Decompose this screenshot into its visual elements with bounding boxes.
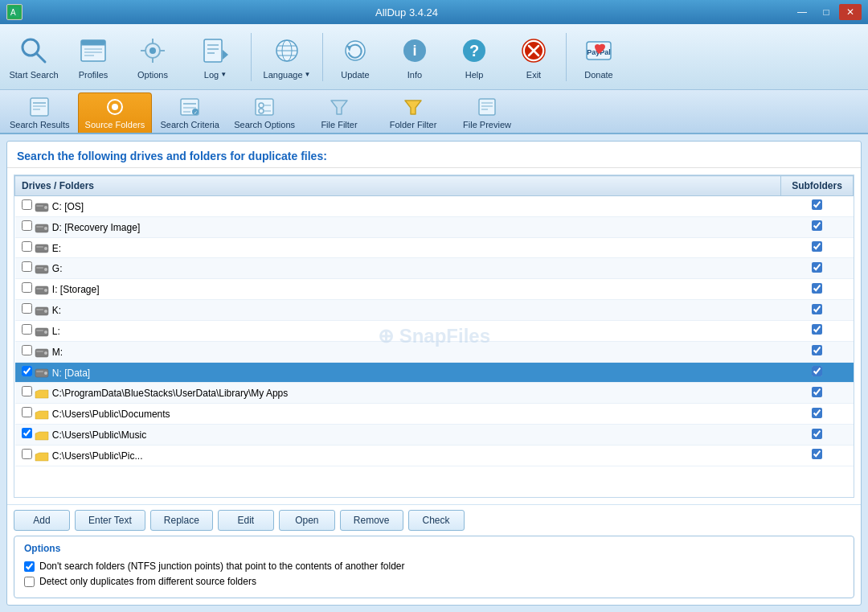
table-row[interactable]: N: [Data] <box>15 362 854 383</box>
option-checkbox-different-folders[interactable] <box>24 577 35 587</box>
subfolder-cell <box>781 237 854 258</box>
subfolder-checkbox[interactable] <box>812 220 822 231</box>
table-row[interactable]: C:\Users\Public\Music <box>15 425 854 446</box>
tab-search-results[interactable]: Search Results <box>3 92 76 133</box>
drive-checkbox[interactable] <box>22 428 32 438</box>
tab-search-options[interactable]: Search Options <box>227 92 301 133</box>
subfolder-checkbox[interactable] <box>812 366 822 376</box>
table-row[interactable]: C:\Users\Public\Pic... <box>15 445 854 466</box>
drive-folder-cell: G: <box>15 258 781 279</box>
toolbar-language[interactable]: Language ▼ <box>255 28 319 86</box>
drive-checkbox[interactable] <box>22 261 32 272</box>
drive-folder-cell: C:\Users\Public\Documents <box>15 404 781 425</box>
open-button[interactable]: Open <box>279 510 335 531</box>
subfolder-checkbox[interactable] <box>812 324 822 335</box>
drive-checkbox[interactable] <box>22 449 32 459</box>
toolbar-info[interactable]: i Info <box>386 28 444 86</box>
svg-marker-56 <box>405 101 421 114</box>
drive-checkbox[interactable] <box>22 386 32 396</box>
tab-file-preview[interactable]: File Preview <box>451 92 523 133</box>
tab-file-filter-label: File Filter <box>321 120 357 129</box>
search-icon <box>18 35 50 67</box>
drives-table: Drives / Folders Subfolders C: [OS] D: [… <box>14 175 854 466</box>
add-button[interactable]: Add <box>14 510 70 531</box>
drive-checkbox[interactable] <box>22 282 32 293</box>
drive-label: N: [Data] <box>52 368 90 379</box>
toolbar: Start Search Profiles <box>0 24 868 90</box>
drive-checkbox[interactable] <box>22 199 32 210</box>
subfolder-checkbox[interactable] <box>812 241 822 252</box>
toolbar-log-label: Log <box>204 70 219 80</box>
svg-point-11 <box>149 47 156 54</box>
option-label: Don't search folders (NTFS junction poin… <box>39 561 405 572</box>
table-row[interactable]: C: [OS] <box>15 196 854 217</box>
check-button[interactable]: Check <box>408 510 465 531</box>
enter-text-button[interactable]: Enter Text <box>75 510 145 531</box>
toolbar-options[interactable]: Options <box>124 28 182 86</box>
option-checkbox-ntfs-junction[interactable] <box>24 561 35 572</box>
toolbar-profiles[interactable]: Profiles <box>64 28 122 86</box>
table-row[interactable]: C:\ProgramData\BlueStacks\UserData\Libra… <box>15 383 854 404</box>
drives-table-container[interactable]: ⊕ SnapFiles Drives / Folders Subfolders … <box>14 175 854 498</box>
minimize-button[interactable]: — <box>791 4 813 20</box>
toolbar-donate[interactable]: PayPal Donate <box>570 28 628 86</box>
table-row[interactable]: M: <box>15 341 854 362</box>
table-row[interactable]: C:\Users\Public\Documents <box>15 404 854 425</box>
subfolder-checkbox[interactable] <box>812 304 822 314</box>
svg-text:?: ? <box>469 42 479 60</box>
svg-rect-57 <box>479 99 495 115</box>
restore-button[interactable]: □ <box>815 4 837 20</box>
subfolder-checkbox[interactable] <box>812 345 822 355</box>
toolbar-exit[interactable]: Exit <box>505 28 563 86</box>
drive-folder-cell: I: [Storage] <box>15 279 781 300</box>
drive-checkbox[interactable] <box>22 241 32 252</box>
svg-rect-78 <box>36 309 43 310</box>
toolbar-log[interactable]: Log ▼ <box>183 28 248 86</box>
svg-text:✓: ✓ <box>194 110 198 115</box>
toolbar-help[interactable]: ? Help <box>445 28 503 86</box>
titlebar: A AllDup 3.4.24 — □ ✕ <box>0 0 868 24</box>
table-row[interactable]: K: <box>15 300 854 321</box>
remove-button[interactable]: Remove <box>340 510 403 531</box>
subfolder-checkbox[interactable] <box>812 408 822 418</box>
drive-label: I: [Storage] <box>52 284 100 295</box>
drive-checkbox[interactable] <box>22 324 32 335</box>
drive-checkbox[interactable] <box>22 407 32 417</box>
drive-folder-cell: C:\ProgramData\BlueStacks\UserData\Libra… <box>15 383 781 404</box>
table-row[interactable]: I: [Storage] <box>15 279 854 300</box>
replace-button[interactable]: Replace <box>150 510 213 531</box>
subfolder-cell <box>781 404 854 425</box>
svg-rect-38 <box>31 98 48 116</box>
toolbar-update[interactable]: Update <box>326 28 384 86</box>
drive-checkbox[interactable] <box>22 345 32 355</box>
svg-marker-55 <box>331 101 347 114</box>
subfolder-checkbox[interactable] <box>812 262 822 273</box>
hdd-icon <box>35 243 49 254</box>
svg-point-68 <box>44 247 47 250</box>
subfolder-checkbox[interactable] <box>812 199 822 210</box>
edit-button[interactable]: Edit <box>218 510 274 531</box>
close-button[interactable]: ✕ <box>839 4 862 20</box>
table-row[interactable]: D: [Recovery Image] <box>15 216 854 237</box>
svg-point-77 <box>44 310 47 313</box>
col-header-drives: Drives / Folders <box>15 176 781 196</box>
drive-label: E: <box>52 243 61 254</box>
tab-source-folders[interactable]: Source Folders <box>78 92 153 133</box>
table-row[interactable]: E: <box>15 237 854 258</box>
table-row[interactable]: L: <box>15 320 854 341</box>
subfolder-checkbox[interactable] <box>812 387 822 397</box>
tab-folder-filter[interactable]: Folder Filter <box>377 92 449 133</box>
hdd-icon <box>35 327 49 338</box>
subfolder-checkbox[interactable] <box>812 429 822 439</box>
tab-search-criteria[interactable]: ✓ Search Criteria <box>154 92 226 133</box>
action-buttons-row: Add Enter Text Replace Edit Open Remove … <box>7 504 861 536</box>
drive-checkbox[interactable] <box>22 220 32 231</box>
subfolder-checkbox[interactable] <box>812 283 822 294</box>
subfolder-cell <box>781 258 854 279</box>
toolbar-start-search[interactable]: Start Search <box>5 28 63 86</box>
drive-checkbox[interactable] <box>22 366 32 376</box>
table-row[interactable]: G: <box>15 258 854 279</box>
subfolder-checkbox[interactable] <box>812 449 822 459</box>
tab-file-filter[interactable]: File Filter <box>303 92 375 133</box>
drive-checkbox[interactable] <box>22 303 32 314</box>
